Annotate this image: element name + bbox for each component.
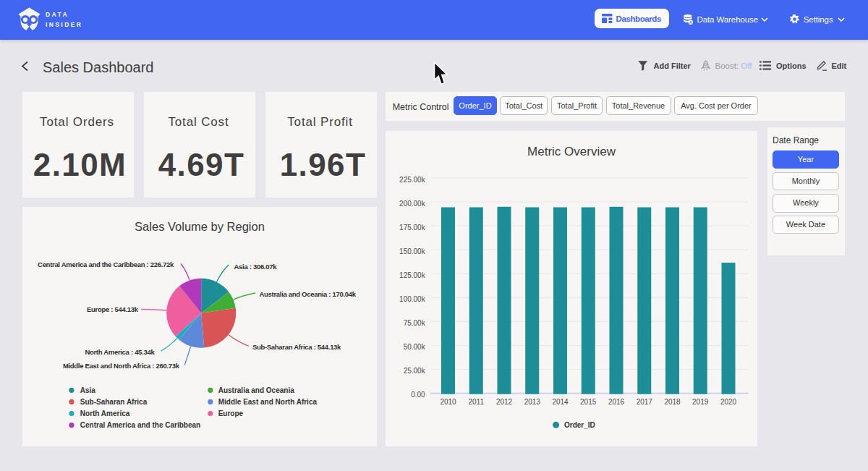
svg-text:Central America and the Caribb: Central America and the Caribbean (80, 421, 200, 429)
svg-text:2012: 2012 (496, 398, 513, 406)
svg-text:100.00k: 100.00k (399, 295, 426, 303)
svg-text:0.00: 0.00 (411, 391, 425, 399)
svg-text:125.00k: 125.00k (399, 271, 426, 279)
svg-text:2019: 2019 (692, 398, 709, 406)
svg-text:Middle East and North Africa: Middle East and North Africa (218, 398, 318, 406)
svg-text:2018: 2018 (664, 398, 681, 406)
svg-text:Europe : 544.13k: Europe : 544.13k (87, 305, 139, 313)
svg-text:150.00k: 150.00k (399, 247, 426, 255)
svg-text:2013: 2013 (524, 398, 541, 406)
svg-text:Asia : 306.07k: Asia : 306.07k (234, 263, 278, 271)
svg-text:2014: 2014 (552, 398, 569, 406)
svg-text:Australia and Oceania: Australia and Oceania (218, 386, 294, 394)
svg-text:Europe: Europe (218, 410, 244, 417)
svg-text:2011: 2011 (468, 398, 484, 406)
svg-text:75.00k: 75.00k (404, 319, 426, 327)
svg-text:2015: 2015 (580, 398, 597, 406)
svg-text:Australia and Oceania : 170.04: Australia and Oceania : 170.04k (260, 290, 357, 298)
svg-text:2016: 2016 (608, 398, 625, 406)
svg-text:25.00k: 25.00k (404, 367, 426, 375)
svg-text:2010: 2010 (440, 398, 456, 406)
svg-text:Asia: Asia (80, 386, 96, 394)
svg-text:Sub-Saharan Africa : 544.13k: Sub-Saharan Africa : 544.13k (252, 343, 341, 351)
svg-text:Order_ID: Order_ID (564, 421, 595, 429)
svg-text:225.00k: 225.00k (399, 176, 426, 184)
svg-text:50.00k: 50.00k (404, 343, 426, 351)
svg-text:A: A (689, 20, 692, 24)
svg-text:2017: 2017 (637, 398, 653, 406)
svg-text:175.00k: 175.00k (399, 224, 426, 232)
svg-text:Sub-Saharan Africa: Sub-Saharan Africa (80, 398, 148, 406)
svg-text:North America: North America (80, 410, 130, 417)
svg-text:North America : 45.34k: North America : 45.34k (85, 348, 155, 356)
svg-text:Central America and the Caribb: Central America and the Caribbean : 226.… (38, 260, 174, 268)
svg-text:Middle East and North Africa :: Middle East and North Africa : 260.73k (63, 362, 180, 370)
svg-text:200.00k: 200.00k (399, 200, 426, 208)
svg-text:2020: 2020 (720, 398, 737, 406)
